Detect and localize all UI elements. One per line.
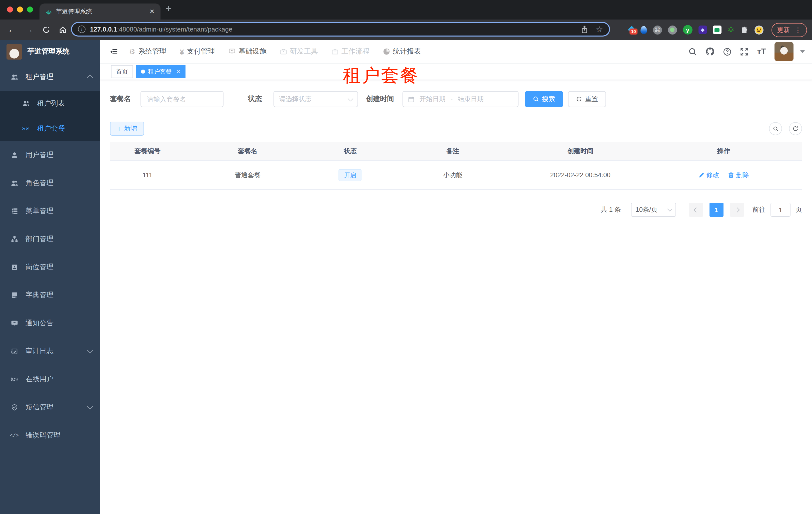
sidebar-item-user[interactable]: 用户管理 — [0, 141, 100, 169]
extension-diamond-icon[interactable]: 10 — [629, 27, 635, 32]
topnav-workflow[interactable]: 工作流程 — [331, 47, 370, 56]
chrome-menu-icon[interactable]: ⋮ — [794, 26, 802, 34]
th-actions: 操作 — [645, 147, 802, 156]
sidebar-logo[interactable]: 芋道管理系统 — [0, 40, 100, 63]
date-end-placeholder: 结束日期 — [458, 94, 484, 104]
window-minimize-button[interactable] — [17, 6, 23, 12]
filter-form: 套餐名 状态 请选择状态 创建时间 开始日期 - 结束日期 — [110, 91, 802, 107]
edit-link[interactable]: 修改 — [698, 170, 719, 180]
bookmark-star-icon[interactable]: ☆ — [596, 25, 603, 34]
date-range-picker[interactable]: 开始日期 - 结束日期 — [403, 91, 519, 107]
sidebar-item-post[interactable]: 岗位管理 — [0, 253, 100, 281]
calendar-icon — [408, 96, 414, 102]
th-create-time: 创建时间 — [515, 147, 645, 156]
topnav-devtools[interactable]: 研发工具 — [280, 47, 318, 56]
add-button[interactable]: + 新增 — [110, 121, 144, 136]
sidebar-item-tenant-package[interactable]: 租户套餐 — [0, 116, 100, 141]
home-icon[interactable] — [56, 20, 69, 40]
status-select[interactable]: 请选择状态 — [273, 91, 358, 107]
edit-link-label: 修改 — [706, 170, 719, 180]
sidebar-item-notice[interactable]: 通知公告 — [0, 309, 100, 337]
tag-home[interactable]: 首页 — [111, 65, 133, 78]
window-close-button[interactable] — [7, 6, 13, 12]
chevron-down-icon — [348, 96, 353, 101]
sidebar-item-dict[interactable]: 字典管理 — [0, 281, 100, 309]
forward-icon[interactable]: → — [22, 20, 36, 40]
page-number-current[interactable]: 1 — [709, 203, 724, 217]
status-label: 状态 — [248, 94, 262, 104]
extension-y-icon[interactable]: y — [683, 25, 693, 34]
extension-gem-icon[interactable] — [640, 26, 647, 34]
topnav-infra[interactable]: 基础设施 — [229, 47, 266, 56]
share-icon[interactable] — [581, 25, 588, 33]
fullscreen-icon[interactable] — [740, 47, 749, 56]
topnav-system[interactable]: ⚙ 系统管理 — [129, 47, 166, 56]
page-size-select[interactable]: 10条/页 — [631, 203, 676, 217]
sidebar-item-sms[interactable]: 短信管理 — [0, 394, 100, 422]
extension-command-icon[interactable]: ⌘ — [653, 25, 662, 34]
sidebar-item-label: 租户套餐 — [37, 124, 65, 133]
extension-star-icon[interactable]: ✡ — [727, 26, 735, 34]
table-header-row: 套餐编号 套餐名 状态 备注 创建时间 操作 — [110, 142, 802, 160]
sidebar-item-tenant-list[interactable]: 租户列表 — [0, 91, 100, 116]
topnav-report[interactable]: 统计报表 — [383, 47, 421, 56]
profile-avatar-icon[interactable] — [754, 25, 763, 34]
topnav-payment[interactable]: ¥ 支付管理 — [180, 47, 215, 56]
search-icon[interactable] — [689, 47, 697, 56]
page-info-icon[interactable]: i — [78, 26, 86, 33]
avatar-caret-icon[interactable] — [800, 50, 805, 53]
extension-chat-icon[interactable] — [713, 26, 722, 34]
package-name-input[interactable] — [141, 91, 224, 107]
extension-dot-icon[interactable] — [668, 25, 677, 34]
th-package-id: 套餐编号 — [110, 147, 185, 156]
goto-page-input[interactable] — [771, 203, 790, 217]
sidebar-item-error-code[interactable]: </> 错误码管理 — [0, 422, 100, 450]
new-tab-button[interactable]: + — [166, 2, 172, 15]
sidebar-item-menu[interactable]: 菜单管理 — [0, 197, 100, 225]
sidebar-item-label: 租户管理 — [26, 73, 54, 82]
url-bar[interactable]: i 127.0.0.1:48080/admin-ui/system/tenant… — [71, 22, 610, 36]
tag-close-icon[interactable]: ✕ — [176, 68, 180, 75]
search-button[interactable]: 搜索 — [525, 91, 563, 107]
github-icon[interactable] — [706, 47, 715, 56]
reset-button[interactable]: 重置 — [568, 91, 606, 107]
prev-page-button[interactable] — [689, 203, 703, 217]
tag-tenant-package[interactable]: 租户套餐 ✕ — [136, 65, 185, 78]
pagination-total: 共 1 条 — [601, 205, 621, 214]
extension-shield-icon[interactable]: ◆ — [698, 26, 707, 34]
back-icon[interactable]: ← — [5, 20, 19, 40]
sidebar-item-label: 租户列表 — [37, 99, 65, 108]
yen-icon: ¥ — [180, 47, 184, 56]
user-avatar[interactable] — [775, 42, 793, 61]
screen: 芋道管理系统 ✕ + ← → i 127.0.0.1:48080/admin-u… — [0, 0, 812, 514]
help-icon[interactable] — [723, 47, 732, 56]
reload-icon[interactable] — [39, 20, 53, 40]
sidebar-submenu: 租户列表 租户套餐 — [0, 91, 100, 141]
table-toolbar: + 新增 — [110, 121, 802, 136]
online-signal-icon — [10, 376, 18, 383]
chrome-update-button[interactable]: 更新 ⋮ — [772, 23, 807, 37]
sidebar-item-role[interactable]: 角色管理 — [0, 169, 100, 197]
sidebar-item-audit-log[interactable]: 审计日志 — [0, 337, 100, 366]
sidebar-item-dept[interactable]: 部门管理 — [0, 225, 100, 253]
sidebar-item-tenant[interactable]: 租户管理 — [0, 63, 100, 91]
cell-package-id: 111 — [110, 171, 185, 179]
sidebar-item-label: 通知公告 — [26, 319, 54, 328]
window-zoom-button[interactable] — [27, 6, 33, 12]
topnav-label: 系统管理 — [138, 47, 166, 56]
window-controls — [7, 6, 33, 12]
next-page-button[interactable] — [730, 203, 744, 217]
users-icon — [22, 100, 29, 107]
extensions-puzzle-icon[interactable] — [741, 26, 749, 34]
sidebar-item-label: 岗位管理 — [26, 263, 54, 272]
sidebar-collapse-icon[interactable] — [100, 48, 127, 55]
refresh-button[interactable] — [789, 122, 802, 135]
tab-close-icon[interactable]: ✕ — [149, 8, 154, 15]
font-size-icon[interactable]: ᴛT — [757, 47, 766, 56]
browser-tab[interactable]: 芋道管理系统 ✕ — [39, 3, 161, 20]
hide-search-button[interactable] — [769, 122, 782, 135]
sidebar-item-online-users[interactable]: 在线用户 — [0, 366, 100, 394]
delete-link[interactable]: 删除 — [728, 170, 749, 180]
code-icon: </> — [10, 433, 18, 438]
table-row[interactable]: 111 普通套餐 开启 小功能 2022-02-22 00:54:00 修改 — [110, 160, 802, 189]
